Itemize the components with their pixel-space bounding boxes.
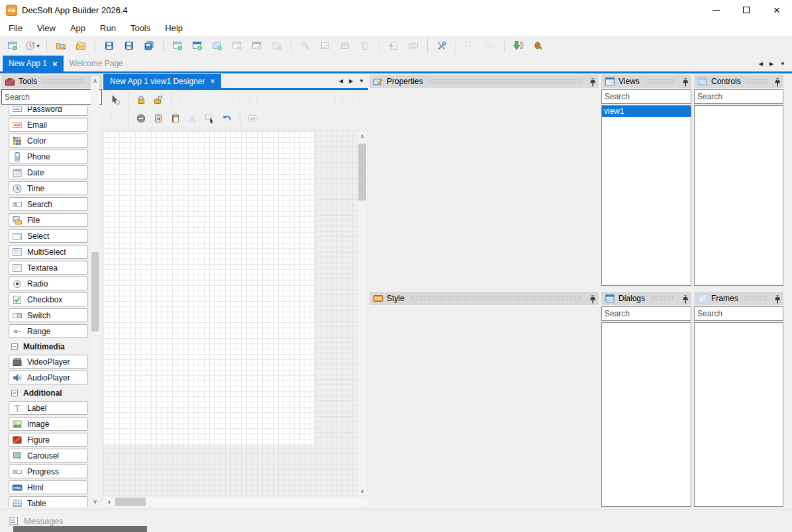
designer-canvas[interactable]: ∧ ∨ <box>103 130 368 496</box>
scrollbar-thumb[interactable] <box>91 252 99 332</box>
new-frame-button[interactable] <box>209 38 226 54</box>
messages-scroll-thumb[interactable] <box>13 526 147 532</box>
pin-icon[interactable] <box>772 294 780 303</box>
views-panel-header[interactable]: Views <box>601 75 691 88</box>
lasso-select-button[interactable] <box>202 111 218 126</box>
recent-projects-button[interactable] <box>72 38 89 54</box>
new-project-button[interactable] <box>4 38 21 54</box>
tool-color[interactable]: Color <box>9 134 88 148</box>
lock-controls-button[interactable] <box>133 92 149 107</box>
tool-email[interactable]: POPEmail <box>9 118 88 132</box>
frames-list[interactable] <box>694 322 783 507</box>
tool-phone[interactable]: Phone <box>9 150 88 163</box>
frames-search-input[interactable] <box>694 306 783 321</box>
tools-section-additional[interactable]: Additional <box>9 386 88 400</box>
tab-new-app-1[interactable]: New App 1× <box>3 56 64 71</box>
paste-button[interactable] <box>168 111 183 126</box>
menu-view[interactable]: View <box>30 20 63 36</box>
tool-file[interactable]: File <box>9 213 88 227</box>
tools-section-multimedia[interactable]: Multimedia <box>9 340 88 353</box>
tool-range[interactable]: Range <box>9 324 88 338</box>
designer-tab[interactable]: New App 1 view1 Designer × <box>103 74 221 88</box>
tools-scrollbar[interactable]: ∧ ∨ <box>91 76 99 506</box>
save-button[interactable] <box>101 38 118 54</box>
menu-run[interactable]: Run <box>93 20 123 36</box>
pin-icon[interactable] <box>772 77 780 86</box>
views-search-input[interactable] <box>601 89 691 104</box>
tools-search-input[interactable] <box>1 89 102 105</box>
menu-app[interactable]: App <box>63 20 93 36</box>
dialogs-list[interactable] <box>601 322 691 507</box>
minimize-button[interactable] <box>701 0 731 20</box>
tool-image[interactable]: Image <box>9 417 88 431</box>
pin-icon[interactable] <box>680 77 688 86</box>
scroll-up-icon[interactable]: ∧ <box>91 76 99 85</box>
view-item-view1[interactable]: view1 <box>602 106 691 117</box>
designer-tab-scroll-left-icon[interactable]: ◀ <box>339 78 343 84</box>
paste-special-button[interactable] <box>150 111 166 126</box>
scroll-down-icon[interactable]: ∨ <box>91 497 99 506</box>
scroll-up-icon[interactable]: ∧ <box>358 132 367 140</box>
frames-panel-header[interactable]: Frames <box>694 292 783 305</box>
tab-welcome-page[interactable]: Welcome Page <box>64 56 129 71</box>
canvas-horizontal-scrollbar[interactable]: ‹ › <box>105 497 367 507</box>
style-panel-header[interactable]: CSS Style <box>370 292 599 305</box>
new-view-button[interactable] <box>169 38 186 54</box>
compile-app-button[interactable]: 011001 <box>510 38 527 54</box>
tab-order-button[interactable]: 1|9 <box>245 111 261 126</box>
tool-videoplayer[interactable]: VideoPlayer <box>9 355 88 369</box>
pin-icon[interactable] <box>680 294 688 303</box>
tool-select[interactable]: Select <box>9 229 88 243</box>
tool-password[interactable]: Password <box>9 107 88 116</box>
properties-panel-header[interactable]: Properties <box>370 75 599 88</box>
tab-scroll-left-icon[interactable]: ◀ <box>759 61 763 67</box>
scrollbar-thumb[interactable] <box>358 144 366 200</box>
tool-html[interactable]: HTMLHtml <box>9 480 88 494</box>
maximize-button[interactable] <box>731 0 762 20</box>
menu-file[interactable]: File <box>1 20 30 36</box>
pin-icon[interactable] <box>587 294 595 303</box>
tool-date[interactable]: Date <box>9 165 88 179</box>
tool-time[interactable]: Time <box>9 181 88 195</box>
controls-list[interactable] <box>694 105 783 286</box>
remove-selected-button[interactable] <box>133 111 149 126</box>
scroll-down-icon[interactable]: ∨ <box>358 486 367 495</box>
canvas-vertical-scrollbar[interactable]: ∧ ∨ <box>358 132 367 495</box>
undo-button[interactable] <box>219 111 235 126</box>
tool-carousel[interactable]: Carousel <box>9 449 88 463</box>
controls-panel-header[interactable]: Controls <box>694 75 783 88</box>
designer-tab-scroll-right-icon[interactable]: ▶ <box>349 78 353 84</box>
tool-checkbox[interactable]: Checkbox <box>9 292 88 306</box>
tool-switch[interactable]: Switch <box>9 308 88 322</box>
controls-search-input[interactable] <box>694 89 783 104</box>
tool-multiselect[interactable]: MultiSelect <box>9 245 88 259</box>
tool-label[interactable]: TLabel <box>9 401 88 415</box>
unlock-controls-button[interactable] <box>150 92 166 107</box>
tab-close-icon[interactable]: × <box>52 60 58 68</box>
dialogs-search-input[interactable] <box>601 306 691 321</box>
tool-audioplayer[interactable]: AudioPlayer <box>9 371 88 384</box>
open-project-button[interactable] <box>52 38 70 54</box>
menu-help[interactable]: Help <box>158 20 190 36</box>
tab-scroll-right-icon[interactable]: ▶ <box>769 61 773 67</box>
tool-figure[interactable]: Figure <box>9 433 88 447</box>
designer-tab-list-icon[interactable]: ▼ <box>359 78 364 84</box>
tool-radio[interactable]: Radio <box>9 277 88 290</box>
tool-search[interactable]: Search <box>9 197 88 211</box>
menu-tools[interactable]: Tools <box>123 20 158 36</box>
view-page-surface[interactable] <box>103 132 314 445</box>
dropdown-caret-icon[interactable]: ▾ <box>36 43 39 49</box>
save-all-button[interactable] <box>140 38 158 54</box>
environment-options-button[interactable] <box>433 38 450 54</box>
pin-icon[interactable] <box>587 77 595 86</box>
scrollbar-thumb[interactable] <box>115 498 146 506</box>
debug-app-button[interactable] <box>530 38 547 54</box>
tools-panel-header[interactable]: Tools <box>1 75 102 88</box>
preview-pointer-button[interactable] <box>107 92 123 107</box>
designer-tab-close-icon[interactable]: × <box>210 77 215 86</box>
dialogs-panel-header[interactable]: Dialogs <box>601 292 691 305</box>
scroll-right-icon[interactable]: › <box>105 498 114 506</box>
tool-table[interactable]: Table <box>9 496 88 507</box>
tool-textarea[interactable]: Textarea <box>9 261 88 275</box>
views-list[interactable]: view1 <box>601 105 691 286</box>
